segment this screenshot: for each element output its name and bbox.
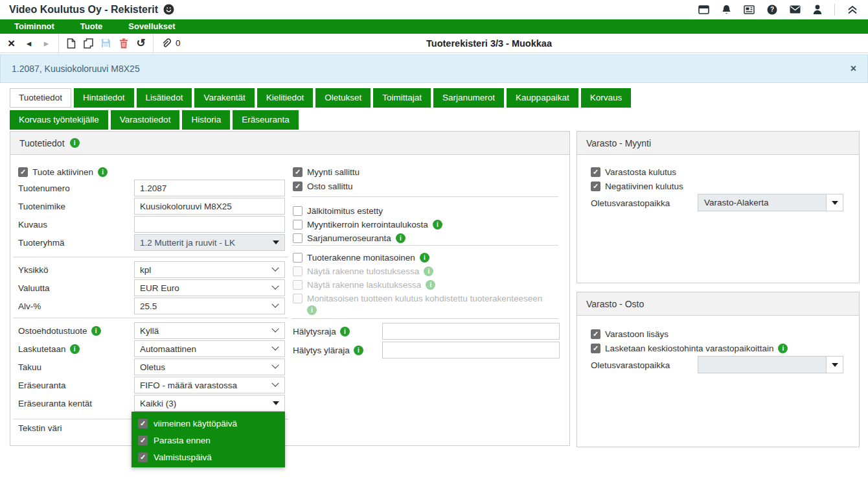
caret-down-icon[interactable] xyxy=(826,357,843,373)
checkbox-tuote-aktiivinen[interactable]: ✓ Tuote aktiivinen i xyxy=(18,166,108,178)
oletusvarastopaikka-myynti-select[interactable]: Varasto-Alakerta xyxy=(698,194,843,211)
tab-korvaus[interactable]: Korvaus xyxy=(581,88,632,108)
info-icon[interactable]: i xyxy=(70,344,80,354)
info-icon[interactable]: i xyxy=(433,220,442,229)
info-icon[interactable]: i xyxy=(91,326,101,336)
chevron-down-icon xyxy=(271,344,279,351)
undo-button[interactable]: ↺ xyxy=(132,34,150,53)
checkbox-myyntikerroin[interactable]: ✓ Myyntikerroin kerrointaulukosta i xyxy=(293,218,442,230)
tuoteryhma-select[interactable]: 1.2 Mutterit ja ruuvit - LK xyxy=(134,234,285,251)
valuutta-select[interactable]: EUR Euro xyxy=(134,279,285,296)
tab-varastotiedot[interactable]: Varastotiedot xyxy=(111,110,180,130)
yksikko-select[interactable]: kpl xyxy=(134,261,285,278)
menu-tuote[interactable]: Tuote xyxy=(67,19,115,34)
checkbox[interactable]: ✓ xyxy=(138,436,148,445)
laskutetaan-select[interactable]: Automaattinen xyxy=(134,340,285,357)
caret-down-icon[interactable] xyxy=(826,194,843,211)
info-icon[interactable]: i xyxy=(396,233,405,243)
dropdown-item-viimeinen-kayttopaiva[interactable]: ✓ viimeinen käyttöpäivä xyxy=(131,415,285,432)
checkbox-negatiivinen-kulutus[interactable]: ✓ Negatiivinen kulutus xyxy=(591,180,683,192)
checkbox[interactable]: ✓ xyxy=(591,329,600,339)
checkbox[interactable]: ✓ xyxy=(591,344,600,353)
checkbox[interactable]: ✓ xyxy=(591,182,600,191)
tab-sarjanumerot[interactable]: Sarjanumerot xyxy=(433,88,504,108)
info-icon[interactable]: i xyxy=(420,253,429,263)
checkbox-sarjanumeroseuranta[interactable]: ✓ Sarjanumeroseuranta i xyxy=(293,232,405,244)
close-record-button[interactable]: × xyxy=(3,34,20,53)
checkbox[interactable]: ✓ xyxy=(293,220,303,229)
checkbox[interactable]: ✓ xyxy=(293,182,303,191)
checkbox[interactable]: ✓ xyxy=(138,419,148,428)
tab-hintatiedot[interactable]: Hintatiedot xyxy=(74,88,134,108)
info-icon[interactable]: i xyxy=(307,305,317,315)
checkbox[interactable]: ✓ xyxy=(293,233,303,243)
tuotenimike-input[interactable] xyxy=(134,198,285,215)
checkbox[interactable]: ✓ xyxy=(18,167,28,177)
checkbox-jalkitoimitus[interactable]: ✓ Jälkitoimitus estetty xyxy=(293,205,383,217)
tab-korvaus-tyontekijalle[interactable]: Korvaus työntekijälle xyxy=(10,110,108,130)
takuu-select[interactable]: Oletus xyxy=(134,358,285,375)
tab-kauppapaikat[interactable]: Kauppapaikat xyxy=(507,88,578,108)
tab-eraseuranta[interactable]: Eräseuranta xyxy=(233,110,299,130)
tab-kielitiedot[interactable]: Kielitiedot xyxy=(257,88,314,108)
app-title: Video Koulutus Oy - Rekisterit xyxy=(9,4,158,16)
checkbox[interactable]: ✓ xyxy=(293,253,303,263)
save-button[interactable] xyxy=(97,34,115,53)
info-icon[interactable]: i xyxy=(778,344,788,353)
kuvaus-input[interactable] xyxy=(134,216,285,233)
delete-button[interactable] xyxy=(115,34,132,53)
section-divider xyxy=(291,196,558,197)
bell-icon[interactable] xyxy=(722,5,731,15)
info-icon[interactable]: i xyxy=(340,327,350,336)
next-record-button[interactable]: ▸ xyxy=(38,34,55,53)
tab-toimittajat[interactable]: Toimittajat xyxy=(373,88,431,108)
info-icon[interactable]: i xyxy=(98,167,108,177)
checkbox-varastosta-kulutus[interactable]: ✓ Varastosta kulutus xyxy=(591,166,676,178)
tab-varakentat[interactable]: Varakentät xyxy=(194,88,254,108)
help-icon[interactable]: ? xyxy=(767,5,777,15)
checkbox-varastoon-lisays[interactable]: ✓ Varastoon lisäys xyxy=(591,328,668,340)
oletusvarastopaikka-osto-select[interactable] xyxy=(698,356,843,373)
mail-icon[interactable] xyxy=(790,5,801,14)
tab-lisatiedot[interactable]: Lisätiedot xyxy=(137,88,192,108)
checkbox-tuoterakenne[interactable]: ✓ Tuoterakenne monitasoinen i xyxy=(293,252,429,263)
halytys-ylaraja-input[interactable] xyxy=(382,342,560,358)
collapse-icon[interactable] xyxy=(847,5,858,14)
dropdown-item-parasta-ennen[interactable]: ✓ Parasta ennen xyxy=(131,432,285,449)
new-record-button[interactable] xyxy=(62,34,80,53)
alv-select[interactable]: 25.5 xyxy=(134,298,285,314)
checkbox-myynti-sallittu[interactable]: ✓ Myynti sallittu xyxy=(293,166,360,178)
window-icon[interactable] xyxy=(698,5,709,14)
attachment-icon[interactable] xyxy=(157,34,174,53)
news-icon[interactable] xyxy=(744,5,755,14)
menu-sovellukset[interactable]: Sovellukset xyxy=(115,19,188,34)
label-tuoteryhma: Tuoteryhmä xyxy=(18,238,65,248)
info-icon[interactable]: i xyxy=(424,266,433,276)
label-oletusvarastopaikka-myynti: Oletusvarastopaikka xyxy=(591,198,670,208)
checkbox-keskiostohinta[interactable]: ✓ Lasketaan keskiostohinta varastopaikoi… xyxy=(591,342,788,354)
tab-tuotetiedot[interactable]: Tuotetiedot xyxy=(10,88,71,108)
tuotenumero-input[interactable] xyxy=(134,180,285,196)
halytysraja-input[interactable] xyxy=(382,323,560,340)
checkbox-osto-sallittu[interactable]: ✓ Osto sallittu xyxy=(293,180,353,192)
menu-toiminnot[interactable]: Toiminnot xyxy=(1,19,67,34)
copy-record-button[interactable] xyxy=(80,34,97,53)
checkbox[interactable]: ✓ xyxy=(591,167,600,177)
help-badge-icon[interactable] xyxy=(163,4,174,15)
info-icon[interactable]: i xyxy=(354,346,363,355)
checkbox[interactable]: ✓ xyxy=(138,452,148,462)
eraseuranta-kentat-multiselect[interactable]: Kaikki (3) xyxy=(134,395,285,412)
info-icon[interactable]: i xyxy=(70,138,80,148)
eraseuranta-select[interactable]: FIFO - määrä varastossa xyxy=(134,377,285,393)
previous-record-button[interactable]: ◂ xyxy=(20,34,38,53)
info-icon[interactable]: i xyxy=(426,280,435,290)
tab-row-2: Korvaus työntekijälle Varastotiedot Hist… xyxy=(10,110,299,130)
checkbox[interactable]: ✓ xyxy=(293,167,303,177)
user-icon[interactable] xyxy=(813,5,822,14)
ostoehdotustuote-select[interactable]: Kyllä xyxy=(134,322,285,339)
checkbox[interactable]: ✓ xyxy=(293,206,303,216)
banner-close-icon[interactable]: × xyxy=(851,64,856,74)
tab-oletukset[interactable]: Oletukset xyxy=(315,88,371,108)
tab-historia[interactable]: Historia xyxy=(182,110,230,130)
dropdown-item-valmistuspaiva[interactable]: ✓ Valmistuspäivä xyxy=(131,449,285,465)
